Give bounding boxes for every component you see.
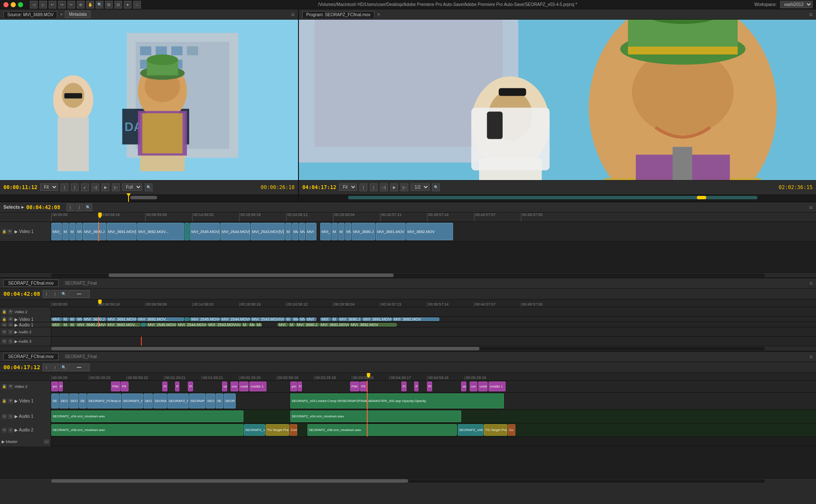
btl-v1-se3[interactable]: SE (216, 393, 223, 408)
clip-m2[interactable]: M (69, 223, 76, 240)
program-ctrl-step-fwd[interactable]: |▷ (401, 184, 408, 191)
top-a3-content[interactable] (51, 337, 816, 346)
program-scrub-area[interactable] (299, 194, 816, 201)
metadata-tab[interactable]: Metadata (65, 11, 91, 18)
top-aclip-4[interactable]: MVI_3690.J MVI_3691.MOV[A] (76, 323, 106, 326)
source-tab[interactable]: Source: MVI_3689.MOV (3, 11, 57, 18)
clip-m5[interactable]: M (331, 223, 338, 240)
clip-mvi3692b[interactable]: MVI_3692.MOV (406, 223, 453, 240)
source-ctrl-step-fwd[interactable]: |▷ (112, 184, 120, 191)
top-clip-9[interactable]: MVI_2545.MOV[V] (190, 318, 220, 321)
top-v1-content[interactable]: MVI_368 M M MVI MVI_3690.J MVI_3691.MOV[… (51, 317, 816, 322)
btl-v1-content[interactable]: SE SEO SEO SE SEORAPZ_FCfinal.mov SEORAP… (51, 393, 816, 409)
btl-title-pl1[interactable]: Pl (188, 382, 193, 391)
btl-zoom-slider[interactable]: ━━ (68, 364, 90, 371)
btl-a1-mix-left[interactable]: SEORAPZ_v04.xml_mixdown.wav (51, 411, 243, 422)
btl-v1-fcfinal[interactable]: SEORAPZ_FCfinal.mov (87, 393, 121, 408)
clip-m4[interactable]: Mv (292, 223, 298, 240)
toolbar-btn-10[interactable]: ⊟ (114, 1, 122, 9)
top-a3-solo[interactable]: S (8, 339, 13, 344)
clip-mvi368b[interactable]: MVI_368 (320, 223, 331, 240)
top-aclip-16[interactable]: MVI_3691.MOV[A] (319, 323, 349, 326)
btl-v1-aecomp[interactable]: SEORAPZ_v03 Linked Comp 05/SEORAPZFINALA… (290, 393, 504, 408)
toolbar-btn-3[interactable]: ↩ (49, 1, 56, 9)
btl-v1-seor1[interactable]: SEOR (224, 393, 236, 408)
btl-ctrl-2[interactable]: ⟩ (51, 364, 59, 371)
toolbar-btn-8[interactable]: 🔍 (96, 1, 103, 9)
btl-v1-eye[interactable]: 👁 (8, 399, 13, 404)
bottom-tl-menu[interactable]: ≡ (810, 354, 813, 360)
btl-title-fl1[interactable]: Fl (58, 382, 63, 391)
top-aclip-10[interactable]: M (242, 323, 248, 326)
btl-a2-content[interactable]: SEORAPZ_v08.xml_mixdown.wav SEORAPZ_v08.… (51, 423, 816, 437)
btl-ctrl-3[interactable]: 🔍 (60, 364, 67, 371)
selects-scrollbar-track[interactable] (51, 274, 765, 277)
btl-title-pi2[interactable]: Pi (401, 382, 407, 391)
btl-title-cre2[interactable]: cre (470, 382, 477, 391)
top-clip-19[interactable]: MVI_3691.MOV[V] (362, 318, 392, 321)
program-tab-close[interactable]: ✕ (377, 12, 380, 17)
btl-v1-seo4[interactable]: SEO (206, 393, 215, 408)
btl-title-credi2[interactable]: credi (478, 382, 488, 391)
top-a2-mute[interactable]: M (2, 329, 7, 335)
top-clip-2[interactable]: M (62, 318, 69, 321)
top-aclip-8[interactable]: MVI_2544.MOV[A] (177, 323, 207, 326)
toolbar-btn-9[interactable]: ⊞ (105, 1, 113, 9)
top-clip-12[interactable]: M (285, 318, 292, 321)
btl-a2-v08-left[interactable]: SEORAPZ_v08.xml_mixdown.wav (51, 424, 243, 436)
top-a1-solo[interactable]: S (8, 322, 13, 327)
toolbar-btn-2[interactable]: ▷ (39, 1, 47, 9)
program-ctrl-mark-out[interactable]: } (370, 184, 377, 191)
btl-title-pim1[interactable]: PIM (111, 382, 120, 391)
program-ctrl-step-back[interactable]: ◁| (380, 184, 388, 191)
btl-title-ym1[interactable]: ym (51, 382, 58, 391)
top-aclip-13[interactable]: MVI_368 (278, 323, 288, 326)
source-ctrl-zoom[interactable]: 🔍 (145, 184, 152, 191)
bottom-tab-2[interactable]: SEORAPZ_Final (60, 353, 102, 360)
btl-v2-content[interactable]: ym Fl PIM Plf Pi P Pl va cre credi credi… (51, 381, 816, 392)
btl-a2-v08mid-right[interactable]: SEORAPZ_v08.xml_mixd (458, 424, 483, 436)
btl-v1-seofc1[interactable]: SEORAPZ_FC (167, 393, 189, 408)
clip-mvi2545[interactable]: MVI_2545.MOV[V] (190, 223, 220, 240)
source-ctrl-mark-out[interactable]: } (71, 184, 79, 191)
selects-ctrl-1[interactable]: ⟨ (67, 204, 74, 211)
btl-v1-lock[interactable]: 🔒 (2, 399, 7, 404)
btl-v1-seora1[interactable]: SEORA (153, 393, 167, 408)
program-ctrl-play[interactable]: ▶ (390, 184, 398, 191)
toolbar-btn-1[interactable]: ◁ (30, 1, 38, 9)
btl-v1-fcfi2[interactable]: SEORAPZ_FCfi (122, 393, 143, 408)
source-ctrl-mark-in[interactable]: { (61, 184, 68, 191)
toolbar-btn-5[interactable]: ✂ (67, 1, 75, 9)
btl-v2-eye[interactable]: 👁 (8, 384, 13, 389)
top-clip-8[interactable] (184, 318, 190, 321)
top-clip-17[interactable]: M (331, 318, 338, 321)
btl-v1-se2[interactable]: SE (79, 393, 87, 408)
clip-mvi3[interactable]: MVI (76, 223, 82, 240)
btl-a2-solo[interactable]: S (8, 428, 13, 433)
btl-master-btn[interactable]: |◁ (44, 439, 49, 444)
top-clip-1[interactable]: MVI_368 (51, 318, 62, 321)
btl-a1-mix-right[interactable]: SEORAPZ_v04.xml_mixdown.wav (290, 411, 461, 422)
source-tab-close[interactable]: ✕ (60, 12, 63, 17)
clip-m6[interactable]: M (338, 223, 345, 240)
tl-ctrl-3[interactable]: 🔍 (60, 290, 67, 298)
source-fit-dropdown[interactable]: Fit (40, 184, 58, 191)
btl-title-credi1[interactable]: credi (239, 382, 249, 391)
btl-a2-v08-right[interactable]: SEORAPZ_v08.xml_mixdown.wav (307, 424, 457, 436)
top-clip-3[interactable]: M (69, 318, 76, 321)
toolbar-btn-11[interactable]: ● (124, 1, 132, 9)
program-panel-menu[interactable]: ≡ (809, 11, 813, 18)
tl-ctrl-1[interactable]: ⟨ (43, 290, 50, 298)
btl-v1-seo1[interactable]: SEO (59, 393, 69, 408)
clip-mvi6[interactable]: MVI (306, 223, 316, 240)
clip-mvi368[interactable]: MVI_368 (51, 223, 62, 240)
source-panel-menu[interactable]: ≡ (291, 11, 295, 18)
top-clip-11[interactable]: MVI_2543.MOV[V] (251, 318, 285, 321)
selects-video-content[interactable]: MVI_368 M M MVI MVI_3690.J MVI_3691.MOV[… (51, 222, 816, 241)
btl-title-credits1[interactable]: credits 1 (249, 382, 266, 391)
top-aclip-5[interactable]: MVI_3692.MOV... (106, 323, 140, 326)
selects-scrollbar[interactable] (0, 272, 816, 277)
selects-scrollbar-thumb[interactable] (108, 274, 394, 277)
top-v2-eye[interactable]: 👁 (8, 309, 13, 315)
top-tl-scrollbar-thumb[interactable] (51, 347, 480, 350)
